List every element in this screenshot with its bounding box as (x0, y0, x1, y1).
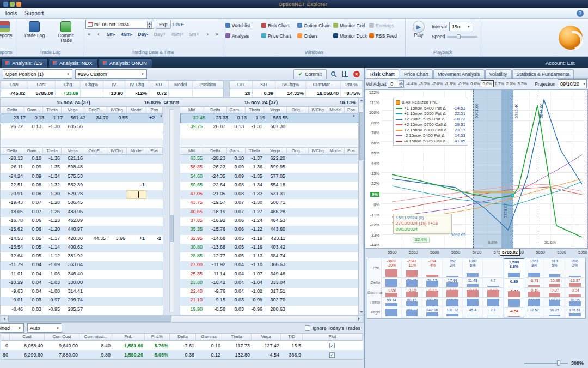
analysis-tab[interactable]: Analysis: ONON (99, 58, 152, 68)
option-chain-row[interactable]: 22.40 -9.76 0.04 -1.02 317.51 (180, 288, 358, 297)
chart-plot-area[interactable]: 8.40 Realized PnL +1 15nov. 5400 Put Δ -… (381, 89, 588, 249)
option-chain-row[interactable]: 32.45 23.33 0.13 -1.19 563.55 (180, 114, 358, 123)
cell-pos[interactable] (146, 279, 163, 288)
cell-model[interactable] (127, 199, 146, 208)
option-chain-row[interactable]: -20.91 0.08 -1.30 529.28 (1, 190, 163, 199)
scroll-left-arrow[interactable] (1, 316, 8, 322)
cell-model[interactable] (327, 235, 345, 244)
cell-model[interactable] (127, 208, 146, 217)
chain-header-cell[interactable]: Theta (43, 148, 62, 154)
cell-model[interactable] (127, 252, 146, 261)
cell-pos[interactable] (345, 226, 358, 234)
summary-header-cell[interactable]: Vega (252, 334, 281, 340)
chain-vertical-scrollbar[interactable] (359, 98, 364, 315)
chain-header-cell[interactable]: Orig... (287, 107, 309, 113)
cell-pos[interactable] (146, 123, 166, 131)
combined-select[interactable]: Combined (0, 323, 24, 333)
time-step-button[interactable]: 45m+ (168, 31, 186, 39)
cell-model[interactable] (130, 114, 149, 123)
chain-header-cell[interactable]: Delta (1, 148, 24, 154)
option-chain-row[interactable]: 54.60 -24.35 0.09 -1.35 577.05 (180, 173, 358, 182)
account-tab[interactable]: Account: Est (541, 59, 587, 68)
window-toggle[interactable]: Earnings (369, 21, 403, 29)
window-toggle[interactable]: Monitor Grid (333, 21, 367, 29)
scrollbar-thumb[interactable] (8, 316, 171, 322)
grid-view-button[interactable] (341, 70, 350, 79)
trade-log-button[interactable]: Trade Log (20, 20, 49, 40)
projection-dates-box[interactable]: 15/11/2024 (0)27/10/2024 (19) T+1809/10/… (393, 214, 452, 234)
summary-header-cell[interactable]: Theta (222, 334, 252, 340)
window-toggle[interactable]: Analysis (225, 32, 259, 40)
scrollbar-thumb[interactable] (359, 112, 363, 160)
cell-pos[interactable]: -2 (146, 235, 163, 244)
cell-pos[interactable] (146, 190, 163, 199)
chain-header-cell[interactable]: IVChg (107, 107, 127, 113)
option-chain-row[interactable]: 27.00 -11.92 0.04 -1.10 366.63 (180, 261, 358, 270)
vol-scale-step[interactable]: 2.6% (505, 81, 517, 87)
cell-model[interactable] (327, 217, 345, 226)
window-toggle[interactable]: Option Chain (297, 21, 331, 29)
cell-pos[interactable] (347, 114, 349, 123)
summary-header-cell[interactable]: Delta (170, 334, 196, 340)
analysis-tab[interactable]: Analysis: NDX (48, 58, 98, 68)
vol-scale-step[interactable]: 3.5% (517, 81, 528, 87)
ignore-todays-trades-checkbox[interactable] (305, 325, 310, 331)
chain-header-cell[interactable]: OrigP... (84, 148, 107, 154)
option-chain-row[interactable]: 63.55 -28.23 0.10 -1.37 622.28 (180, 155, 358, 164)
summary-row[interactable]: 0 -8,058.40 9,640.00 8.40 1,581.60 8.76%… (1, 341, 363, 350)
option-chain-row[interactable]: -19.43 0.07 -1.28 506.45 (1, 199, 163, 208)
option-chain-row[interactable]: 43.75 -19.57 0.07 -1.30 508.71 (180, 199, 358, 208)
cell-pos[interactable] (345, 252, 358, 261)
option-chain-row[interactable]: -13.54 0.05 -1.14 400.62 (1, 244, 163, 252)
time-step-button[interactable]: Day+ (151, 31, 169, 39)
cell-pos[interactable]: +2 (149, 114, 156, 123)
open-position-select[interactable]: Open Position (1) (3, 69, 72, 79)
chain-header-cell[interactable]: Gam... (227, 107, 246, 113)
cell-model[interactable] (127, 190, 146, 199)
cell-pos[interactable] (146, 252, 163, 261)
cell-pos[interactable] (146, 217, 163, 226)
cell-model[interactable] (127, 226, 146, 234)
cell-model[interactable] (327, 279, 345, 288)
chain-header-cell[interactable]: Orig... (287, 148, 309, 154)
chain-header-cell[interactable]: Delta (204, 107, 227, 113)
cell-model[interactable] (127, 155, 146, 164)
summary-header-cell[interactable]: Cost (10, 334, 45, 340)
cell-model[interactable] (327, 164, 345, 172)
chain-header-cell[interactable]: IVChg (309, 148, 327, 154)
trading-date-field[interactable]: mi. 09 oct. 2024 (85, 20, 154, 29)
close-position-button[interactable] (352, 70, 361, 79)
speed-slider[interactable] (447, 36, 477, 38)
option-chain-row[interactable]: 26.72 0.13 -1.30 605.56 (1, 123, 166, 131)
cell-model[interactable] (327, 288, 345, 297)
vol-adjust-arrows[interactable] (399, 80, 403, 88)
cell-pos[interactable] (345, 173, 358, 182)
cell-model[interactable] (127, 261, 146, 270)
option-chain-row[interactable]: 58.85 -26.23 0.09 -1.36 599.95 (180, 164, 358, 172)
option-chain-row[interactable]: -9.63 0.04 -1.00 314.41 (1, 288, 163, 297)
option-chain-row[interactable]: -9.01 0.03 -0.97 299.74 (1, 297, 163, 305)
interval-select[interactable]: 15m (449, 22, 473, 31)
play-button[interactable]: Play (408, 20, 430, 38)
chain-header-cell[interactable]: Gam... (24, 148, 43, 154)
vol-scale-step[interactable]: -1.8% (444, 81, 457, 87)
cell-pos[interactable] (146, 208, 163, 217)
cell-model[interactable] (127, 123, 146, 131)
chain-header-cell[interactable]: Gam... (227, 148, 246, 154)
option-chain-row[interactable]: 25.35 -11.14 0.04 -1.07 349.46 (180, 270, 358, 279)
cell-model[interactable] (127, 279, 146, 288)
chain-header-cell[interactable]: Model (327, 148, 345, 154)
cell-pos[interactable] (146, 306, 163, 315)
chain-header-cell[interactable]: Theta (246, 107, 264, 113)
cell-pos[interactable] (345, 123, 358, 131)
summary-header-cell[interactable] (1, 334, 10, 340)
cell-model[interactable] (127, 288, 146, 297)
window-toggle[interactable]: Price Chart (261, 32, 295, 40)
step-forward-fast-button[interactable] (213, 31, 220, 39)
expiry-header-left[interactable]: 15 nov. 24 (37) 16.03% (1, 98, 163, 107)
cell-model[interactable] (327, 297, 345, 305)
cell-model[interactable]: +1 (127, 235, 146, 244)
option-chain-row[interactable]: 23.80 -10.42 0.04 -1.04 333.04 (180, 279, 358, 288)
cell-model[interactable] (327, 155, 345, 164)
option-chain-row[interactable]: 47.05 -21.05 0.08 -1.32 531.31 (180, 190, 358, 199)
